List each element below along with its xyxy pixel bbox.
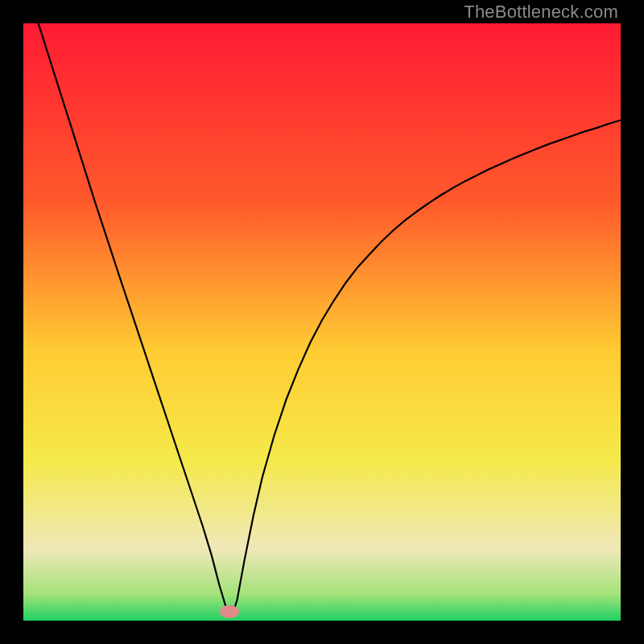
watermark-text: TheBottleneck.com	[464, 2, 618, 23]
plot-svg	[23, 23, 621, 621]
outer-frame: TheBottleneck.com	[0, 0, 644, 644]
optimum-marker	[220, 605, 239, 618]
